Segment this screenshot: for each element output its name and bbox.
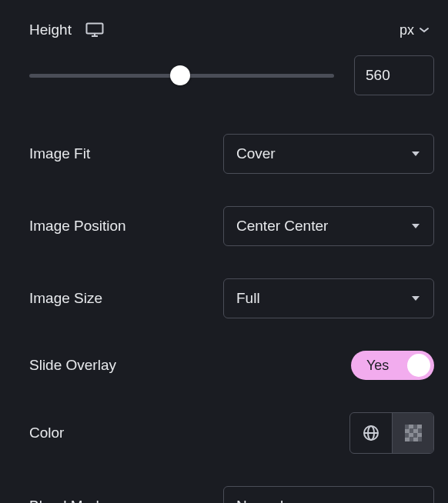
- svg-rect-2: [94, 33, 95, 36]
- caret-down-icon: [410, 295, 421, 302]
- chevron-down-icon: [419, 26, 430, 34]
- svg-rect-0: [86, 24, 102, 34]
- height-unit-value: px: [400, 22, 414, 38]
- slider-thumb[interactable]: [170, 65, 190, 85]
- image-position-label: Image Position: [29, 218, 126, 235]
- caret-down-icon: [410, 222, 421, 230]
- height-input[interactable]: [354, 55, 434, 95]
- color-custom-button[interactable]: [392, 413, 433, 453]
- checker-icon: [405, 425, 422, 441]
- slide-overlay-toggle[interactable]: Yes: [351, 351, 434, 380]
- toggle-value: Yes: [366, 358, 389, 374]
- image-position-select[interactable]: Center Center: [223, 206, 434, 246]
- responsive-desktop-icon[interactable]: [85, 22, 104, 38]
- image-position-value: Center Center: [236, 218, 328, 235]
- image-fit-select[interactable]: Cover: [223, 134, 434, 174]
- height-unit-dropdown[interactable]: px: [400, 22, 434, 38]
- blend-mode-value: Normal: [236, 498, 283, 503]
- image-fit-label: Image Fit: [29, 145, 90, 162]
- image-fit-value: Cover: [236, 145, 276, 162]
- globe-icon: [363, 425, 379, 441]
- blend-mode-select[interactable]: Normal: [223, 486, 434, 503]
- color-global-button[interactable]: [350, 413, 392, 453]
- height-slider[interactable]: [29, 66, 334, 85]
- slide-overlay-label: Slide Overlay: [29, 357, 116, 374]
- image-size-select[interactable]: Full: [223, 278, 434, 318]
- toggle-knob: [407, 354, 430, 377]
- height-label: Height: [29, 22, 72, 38]
- color-source-group: [349, 412, 434, 454]
- color-label: Color: [29, 425, 64, 441]
- blend-mode-label: Blend Mode: [29, 498, 107, 503]
- caret-down-icon: [410, 150, 421, 158]
- image-size-value: Full: [236, 290, 260, 307]
- image-size-label: Image Size: [29, 290, 102, 307]
